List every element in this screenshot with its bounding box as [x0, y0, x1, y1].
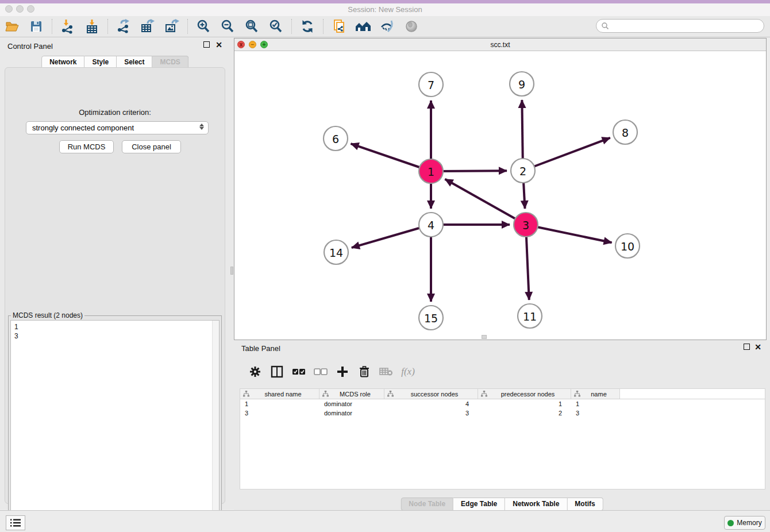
delete-column-icon[interactable]	[356, 363, 373, 380]
eye-sphere-icon[interactable]	[403, 18, 420, 35]
column-header-successor-nodes[interactable]: successor nodes	[384, 389, 478, 399]
import-network-icon[interactable]	[59, 18, 76, 35]
node-10[interactable]: 10	[615, 234, 640, 258]
control-panel-title: Control Panel	[7, 42, 53, 51]
toolbar-separator	[107, 19, 108, 34]
export-network-icon[interactable]	[115, 18, 132, 35]
column-header-name[interactable]: name	[571, 389, 620, 399]
select-all-rows-icon[interactable]	[290, 363, 307, 380]
zoom-fit-icon[interactable]	[243, 18, 260, 35]
cell-shared-name[interactable]: 3	[240, 408, 319, 418]
export-image-icon[interactable]	[163, 18, 180, 35]
table-settings-gear-icon[interactable]	[247, 363, 264, 380]
node-label-8: 8	[622, 126, 629, 139]
node-15[interactable]: 15	[419, 306, 443, 330]
node-label-14: 14	[329, 246, 343, 259]
float-table-panel-icon[interactable]	[742, 344, 750, 352]
zoom-selected-icon[interactable]	[267, 18, 284, 35]
node-3[interactable]: 3	[514, 213, 538, 237]
add-column-icon[interactable]	[334, 363, 351, 380]
memory-button[interactable]: Memory	[724, 516, 765, 530]
search-box[interactable]	[596, 19, 764, 33]
tab-node-table[interactable]: Node Table	[401, 498, 453, 511]
application-window: Session: New Session	[0, 0, 770, 532]
cell-predecessor-nodes[interactable]: 2	[478, 408, 571, 418]
network-window-titlebar[interactable]: x − + scc.txt	[234, 38, 766, 51]
table-row[interactable]: 3dominator323	[240, 408, 765, 418]
panel-divider[interactable]	[230, 38, 234, 509]
toggle-panes-icon[interactable]	[268, 363, 286, 380]
tab-edge-table[interactable]: Edge Table	[453, 498, 505, 511]
tab-motifs[interactable]: Motifs	[567, 498, 603, 511]
search-icon	[601, 22, 609, 30]
network-canvas[interactable]: 1234678910111415	[234, 51, 766, 340]
tab-network-table[interactable]: Network Table	[505, 498, 567, 511]
result-scrollbar[interactable]	[212, 321, 219, 523]
node-6[interactable]: 6	[324, 126, 348, 151]
cell-MCDS-role[interactable]: dominator	[319, 408, 384, 418]
node-table-header: shared nameMCDS rolesuccessor nodesprede…	[240, 389, 765, 399]
criterion-value: strongly connected component	[32, 124, 134, 132]
cell-successor-nodes[interactable]: 3	[384, 408, 478, 418]
open-session-icon[interactable]	[3, 18, 21, 35]
refresh-icon[interactable]	[299, 18, 316, 35]
node-4[interactable]: 4	[419, 213, 443, 237]
zoom-in-icon[interactable]	[195, 18, 212, 35]
node-8[interactable]: 8	[613, 120, 637, 144]
node-14[interactable]: 14	[324, 240, 348, 264]
mcds-tab-content: Optimization criterion: strongly connect…	[5, 67, 225, 504]
clone-network-icon[interactable]	[330, 18, 348, 35]
canvas-scroll-thumb[interactable]	[482, 335, 487, 339]
table-panel-tabs: Node TableEdge TableNetwork TableMotifs	[401, 498, 603, 511]
divider-handle[interactable]	[230, 267, 233, 275]
node-1[interactable]: 1	[419, 159, 443, 183]
cell-predecessor-nodes[interactable]: 1	[478, 399, 571, 408]
table-toolbar: f(x)	[240, 362, 765, 381]
control-panel-header: Control Panel ✕	[0, 38, 230, 54]
node-label-1: 1	[428, 165, 434, 178]
column-header-predecessor-nodes[interactable]: predecessor nodes	[478, 389, 571, 399]
toolbar-separator	[291, 19, 292, 34]
edge-3-10[interactable]	[526, 225, 612, 242]
table-row[interactable]: 1dominator411	[240, 399, 765, 408]
cell-successor-nodes[interactable]: 4	[384, 399, 478, 408]
cell-name[interactable]: 1	[571, 399, 620, 408]
task-history-button[interactable]	[6, 515, 25, 530]
zoom-out-icon[interactable]	[219, 18, 236, 35]
cell-name[interactable]: 3	[571, 408, 620, 418]
close-panel-icon[interactable]: ✕	[215, 41, 223, 49]
node-9[interactable]: 9	[510, 72, 534, 96]
node-11[interactable]: 11	[518, 304, 542, 328]
network-window-title: scc.txt	[234, 41, 766, 49]
import-table-icon[interactable]	[83, 18, 101, 35]
edge-2-8[interactable]	[523, 138, 610, 171]
float-panel-icon[interactable]	[202, 41, 210, 49]
attribute-type-icon	[481, 391, 487, 397]
column-header-shared-name[interactable]: shared name	[240, 389, 319, 399]
close-panel-button[interactable]: Close panel	[122, 140, 181, 153]
network-graph[interactable]: 1234678910111415	[234, 51, 766, 340]
home-networks-icon[interactable]	[355, 18, 372, 35]
column-header-MCDS-role[interactable]: MCDS role	[319, 389, 384, 399]
node-7[interactable]: 7	[419, 72, 443, 97]
search-input[interactable]	[609, 21, 764, 31]
hide-details-icon[interactable]	[379, 18, 396, 35]
cell-MCDS-role[interactable]: dominator	[319, 399, 384, 408]
cell-shared-name[interactable]: 1	[240, 399, 319, 408]
toolbar-separator	[187, 19, 188, 34]
edge-1-6[interactable]	[351, 144, 431, 171]
criterion-dropdown[interactable]: strongly connected component	[26, 121, 209, 134]
deselect-all-rows-icon[interactable]	[312, 363, 329, 380]
close-table-panel-icon[interactable]: ✕	[754, 344, 762, 352]
edge-3-1[interactable]	[445, 179, 526, 225]
attribute-type-icon	[574, 391, 580, 397]
list-icon	[10, 518, 21, 527]
export-table-icon[interactable]	[139, 18, 156, 35]
save-session-icon[interactable]	[28, 18, 45, 35]
function-builder-icon-disabled: f(x)	[399, 363, 417, 380]
optimization-criterion-label: Optimization criterion:	[5, 108, 225, 117]
memory-label: Memory	[737, 519, 761, 527]
mcds-result-list[interactable]: 1 3	[10, 320, 220, 523]
run-mcds-button[interactable]: Run MCDS	[59, 140, 114, 153]
node-2[interactable]: 2	[511, 159, 535, 183]
